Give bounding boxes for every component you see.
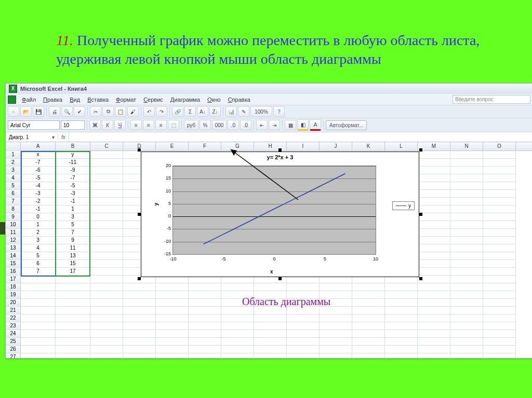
cell[interactable] bbox=[90, 252, 123, 260]
cell[interactable] bbox=[418, 182, 450, 190]
cell[interactable] bbox=[352, 299, 385, 307]
cell[interactable] bbox=[123, 314, 156, 322]
cell[interactable] bbox=[189, 322, 221, 330]
cell[interactable] bbox=[450, 221, 483, 229]
cell[interactable] bbox=[320, 338, 352, 346]
cell[interactable] bbox=[90, 330, 123, 338]
cell[interactable] bbox=[189, 283, 221, 291]
bold-button[interactable]: Ж bbox=[89, 120, 101, 130]
cell[interactable] bbox=[123, 322, 156, 330]
cell[interactable] bbox=[418, 167, 450, 174]
cell[interactable] bbox=[287, 283, 320, 291]
cell[interactable] bbox=[450, 322, 483, 330]
cell[interactable] bbox=[90, 167, 123, 174]
cell[interactable] bbox=[123, 330, 156, 338]
cell[interactable] bbox=[418, 307, 450, 314]
cell[interactable] bbox=[90, 205, 123, 213]
percent-icon[interactable]: % bbox=[200, 120, 211, 130]
cell[interactable] bbox=[483, 190, 516, 198]
cell[interactable] bbox=[483, 268, 516, 276]
cell[interactable] bbox=[320, 330, 352, 338]
align-center-icon[interactable]: ≡ bbox=[143, 120, 154, 130]
cell[interactable] bbox=[450, 338, 483, 346]
cell[interactable] bbox=[483, 205, 516, 213]
cell[interactable] bbox=[352, 322, 385, 330]
cell[interactable] bbox=[418, 276, 450, 283]
drawing-icon[interactable]: ✎ bbox=[238, 106, 249, 117]
cell[interactable]: 5 bbox=[21, 252, 56, 260]
underline-button[interactable]: Ч bbox=[114, 120, 126, 130]
copy-icon[interactable]: ⧉ bbox=[102, 106, 114, 117]
cell[interactable]: -11 bbox=[56, 159, 90, 167]
cell[interactable] bbox=[450, 151, 483, 159]
row-header[interactable]: 24 bbox=[6, 330, 21, 338]
col-header-F[interactable]: F bbox=[189, 142, 221, 150]
cell[interactable] bbox=[450, 283, 483, 291]
print-icon[interactable]: 🖨 bbox=[49, 106, 60, 117]
cell[interactable] bbox=[56, 314, 90, 322]
help-question-input[interactable]: Введите вопрос bbox=[453, 95, 530, 104]
fx-label[interactable]: fx bbox=[58, 134, 69, 140]
cell[interactable]: -2 bbox=[21, 198, 56, 205]
cell[interactable] bbox=[352, 346, 385, 353]
row-header[interactable]: 13 bbox=[6, 244, 21, 252]
cell[interactable] bbox=[90, 221, 123, 229]
italic-button[interactable]: К bbox=[102, 120, 113, 130]
row-header[interactable]: 21 bbox=[6, 307, 21, 314]
inc-indent-icon[interactable]: ⇥ bbox=[269, 120, 280, 130]
cell[interactable]: -7 bbox=[56, 174, 90, 182]
cell[interactable] bbox=[123, 353, 156, 358]
cell[interactable] bbox=[287, 307, 320, 314]
row-header[interactable]: 3 bbox=[6, 167, 21, 174]
cell[interactable] bbox=[385, 299, 418, 307]
cell[interactable] bbox=[483, 151, 516, 159]
row-header[interactable]: 8 bbox=[6, 205, 21, 213]
cell[interactable] bbox=[418, 291, 450, 299]
row-header[interactable]: 23 bbox=[6, 322, 21, 330]
cell[interactable] bbox=[90, 283, 123, 291]
currency-icon[interactable]: руб bbox=[184, 120, 198, 130]
menu-вид[interactable]: Вид bbox=[66, 95, 84, 104]
cell[interactable] bbox=[90, 237, 123, 244]
cell[interactable] bbox=[56, 353, 90, 358]
align-right-icon[interactable]: ≡ bbox=[155, 120, 167, 130]
cell[interactable]: 11 bbox=[56, 244, 90, 252]
cell[interactable] bbox=[221, 314, 254, 322]
cell[interactable]: 17 bbox=[56, 268, 90, 276]
borders-icon[interactable]: ▦ bbox=[285, 120, 296, 130]
row-header[interactable]: 18 bbox=[6, 283, 21, 291]
cell[interactable] bbox=[90, 174, 123, 182]
selectall-corner[interactable] bbox=[6, 142, 21, 151]
col-header-C[interactable]: C bbox=[90, 142, 123, 150]
menu-диаграмма[interactable]: Диаграмма bbox=[167, 95, 204, 104]
cell[interactable] bbox=[418, 205, 450, 213]
font-color-icon[interactable]: A bbox=[310, 119, 321, 131]
cell[interactable] bbox=[221, 330, 254, 338]
cell[interactable] bbox=[450, 299, 483, 307]
cell[interactable] bbox=[123, 338, 156, 346]
cell[interactable] bbox=[450, 159, 483, 167]
cell[interactable] bbox=[90, 307, 123, 314]
cell[interactable] bbox=[90, 291, 123, 299]
new-icon[interactable]: ▫ bbox=[8, 106, 19, 117]
cell[interactable] bbox=[189, 299, 221, 307]
cell[interactable] bbox=[56, 276, 90, 283]
open-icon[interactable]: 📂 bbox=[20, 106, 32, 117]
cell[interactable] bbox=[352, 338, 385, 346]
col-header-I[interactable]: I bbox=[287, 142, 320, 150]
row-header[interactable]: 5 bbox=[6, 182, 21, 190]
cell[interactable] bbox=[483, 353, 516, 358]
cell[interactable] bbox=[123, 291, 156, 299]
cell[interactable] bbox=[418, 213, 450, 221]
cell[interactable] bbox=[418, 190, 450, 198]
cell[interactable] bbox=[90, 322, 123, 330]
cell[interactable] bbox=[450, 291, 483, 299]
cell[interactable] bbox=[189, 291, 221, 299]
cell[interactable] bbox=[483, 330, 516, 338]
cell[interactable] bbox=[254, 330, 287, 338]
cell[interactable] bbox=[287, 353, 320, 358]
cell[interactable]: -4 bbox=[21, 182, 56, 190]
cell[interactable] bbox=[418, 283, 450, 291]
plot-area[interactable]: -15-10-505101520-10-50510 bbox=[172, 166, 376, 255]
cell[interactable] bbox=[418, 314, 450, 322]
